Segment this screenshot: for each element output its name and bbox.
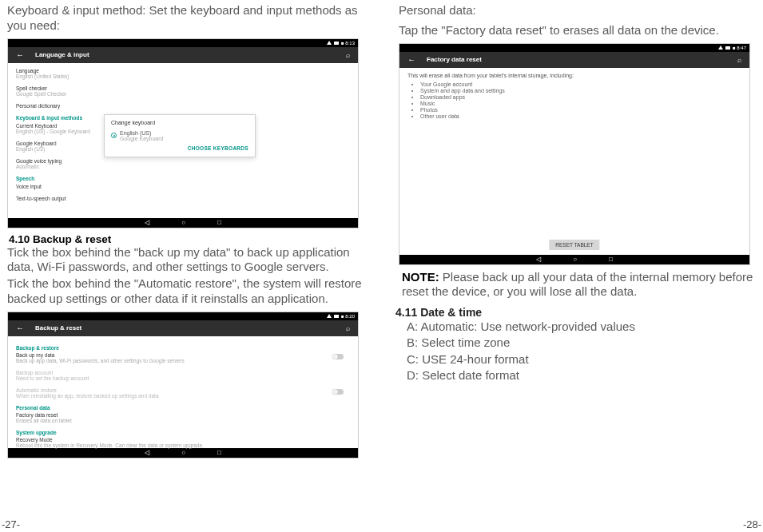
app-bar: ← Language & input ⌕ — [8, 47, 358, 63]
keyboard-option-english-us[interactable]: English (US) Google Keyboard — [111, 130, 248, 141]
item-auto: A: Automatic: Use network-provided value… — [407, 319, 755, 335]
nav-back-icon[interactable]: ◁ — [536, 256, 541, 263]
nav-bar: ◁ ○ □ — [8, 218, 358, 228]
intro-personal-data: Personal data: — [395, 3, 755, 18]
status-time: ■ 8:20 — [341, 314, 355, 319]
status-time: ■ 8:13 — [341, 41, 355, 46]
section-4-10-heading: 4.10 Backup & reset — [4, 233, 364, 245]
option-sub: Google Keyboard — [120, 136, 163, 141]
nav-bar: ◁ ○ □ — [8, 448, 358, 458]
item-back-up-my-data[interactable]: Back up my data Back up app data, Wi-Fi … — [16, 352, 350, 363]
nav-back-icon[interactable]: ◁ — [145, 219, 149, 226]
signal-icon — [718, 46, 723, 50]
section-4-11-heading: 4.11 Date & time — [395, 306, 755, 319]
reset-tablet-button[interactable]: RESET TABLET — [549, 240, 599, 250]
back-icon[interactable]: ← — [16, 50, 24, 59]
list-item: Other user data — [420, 113, 741, 119]
status-bar: ■ 8:13 — [8, 39, 358, 47]
option-main: English (US) — [120, 130, 151, 136]
paragraph-backup-2: Tick the box behind the "Automatic resto… — [4, 276, 364, 307]
app-bar: ← Factory data reset ⌕ — [399, 52, 749, 68]
app-bar: ← Backup & reset ⌕ — [8, 320, 358, 336]
note-paragraph: NOTE: Please back up all your data of th… — [395, 270, 755, 300]
battery-icon — [725, 46, 730, 50]
list-item: System and app data and settings — [420, 88, 741, 93]
header-speech: Speech — [16, 176, 350, 181]
erase-list: Your Google account System and app data … — [407, 81, 741, 119]
note-text: Please back up all your data of the inte… — [402, 270, 753, 299]
item-voice-input[interactable]: Voice input — [16, 184, 350, 189]
appbar-title: Language & input — [35, 51, 89, 58]
item-spell-checker[interactable]: Spell checkerGoogle Spell Checker — [16, 85, 350, 97]
toggle-off-icon[interactable] — [332, 389, 344, 395]
item-backup-account[interactable]: Backup accountNeed to set the backup acc… — [16, 370, 350, 381]
back-icon[interactable]: ← — [407, 55, 415, 64]
nav-back-icon[interactable]: ◁ — [145, 449, 149, 456]
search-icon[interactable]: ⌕ — [346, 51, 350, 59]
item-24hour: C: USE 24-hour format — [407, 351, 755, 367]
page-number-left: -27- — [2, 518, 20, 530]
search-icon[interactable]: ⌕ — [346, 324, 350, 332]
nav-home-icon[interactable]: ○ — [573, 256, 577, 263]
list-item: Photos — [420, 107, 741, 113]
screenshot-language-input: ■ 8:13 ← Language & input ⌕ LanguageEngl… — [7, 38, 359, 228]
nav-home-icon[interactable]: ○ — [181, 449, 185, 456]
lead-text: This will erase all data from your table… — [407, 73, 741, 78]
item-factory-data-reset[interactable]: Factory data resetErases all data on tab… — [16, 412, 350, 423]
list-item: Downloaded apps — [420, 94, 741, 100]
list-item: Music — [420, 101, 741, 106]
radio-checked-icon — [111, 133, 117, 138]
item-personal-dictionary[interactable]: Personal dictionary — [16, 103, 350, 109]
item-date-format: D: Select date format — [407, 367, 755, 383]
settings-content: Backup & restore Back up my data Back up… — [8, 336, 358, 448]
signal-icon — [327, 314, 332, 318]
choose-keyboards-button[interactable]: CHOOSE KEYBOARDS — [188, 145, 248, 151]
item-timezone: B: Select time zone — [407, 335, 755, 351]
right-column: Personal data: Tap the "Factory data res… — [395, 3, 755, 383]
nav-bar: ◁ ○ □ — [399, 255, 749, 264]
nav-recent-icon[interactable]: □ — [609, 256, 613, 263]
appbar-title: Factory data reset — [427, 56, 482, 63]
page-number-right: -28- — [743, 518, 761, 530]
battery-icon — [334, 315, 339, 318]
item-recovery-mode[interactable]: Recovery ModeReboot into the system in R… — [16, 437, 350, 448]
appbar-title: Backup & reset — [35, 324, 81, 332]
factory-reset-content: This will erase all data from your table… — [399, 68, 749, 255]
settings-content: LanguageEnglish (United States) Spell ch… — [8, 63, 358, 218]
nav-recent-icon[interactable]: □ — [217, 449, 221, 456]
item-automatic-restore[interactable]: Automatic restore When reinstalling an a… — [16, 387, 350, 399]
header-backup-restore: Backup & restore — [16, 345, 350, 351]
header-personal-data: Personal data — [16, 405, 350, 411]
header-system-upgrade: System upgrade — [16, 430, 350, 435]
battery-icon — [334, 42, 339, 45]
search-icon[interactable]: ⌕ — [737, 56, 741, 64]
toggle-off-icon[interactable] — [332, 354, 344, 359]
date-time-list: A: Automatic: Use network-provided value… — [395, 319, 755, 383]
back-icon[interactable]: ← — [16, 324, 24, 332]
list-item: Your Google account — [420, 81, 741, 87]
note-label: NOTE: — [402, 270, 439, 284]
dialog-title: Change keyboard — [111, 120, 248, 125]
item-language[interactable]: LanguageEnglish (United States) — [16, 68, 350, 79]
intro-keyboard: Keyboard & input method: Set the keyboar… — [4, 3, 364, 34]
signal-icon — [327, 41, 332, 45]
status-bar: ■ 8:47 — [399, 44, 749, 52]
nav-recent-icon[interactable]: □ — [217, 219, 221, 226]
change-keyboard-dialog: Change keyboard English (US) Google Keyb… — [104, 114, 256, 157]
nav-home-icon[interactable]: ○ — [181, 219, 185, 226]
item-google-voice-typing[interactable]: Google voice typingAutomatic — [16, 158, 350, 169]
left-column: Keyboard & input method: Set the keyboar… — [4, 3, 364, 463]
status-bar: ■ 8:20 — [8, 312, 358, 320]
item-tts[interactable]: Text-to-speech output — [16, 196, 350, 201]
intro-factory-reset: Tap the "Factory data reset" to erases a… — [395, 23, 755, 38]
status-time: ■ 8:47 — [733, 46, 746, 50]
paragraph-backup-1: Tick the box behind the "back up my data… — [4, 245, 364, 276]
screenshot-factory-data-reset: ■ 8:47 ← Factory data reset ⌕ This will … — [399, 43, 750, 265]
screenshot-backup-reset: ■ 8:20 ← Backup & reset ⌕ Backup & resto… — [7, 312, 359, 459]
